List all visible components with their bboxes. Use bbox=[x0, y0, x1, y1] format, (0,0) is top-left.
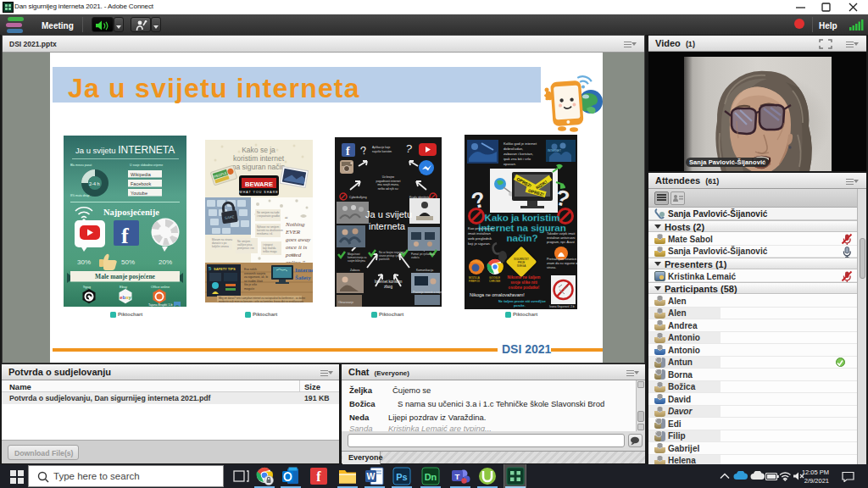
svg-text:Ivana Grgurović 2.b: Ivana Grgurović 2.b bbox=[549, 305, 575, 308]
svg-text:posted: posted bbox=[285, 252, 302, 258]
svg-text:9gag: 9gag bbox=[83, 285, 91, 289]
svg-text:f: f bbox=[346, 145, 350, 158]
svg-text:Kao prvo moram: Kao prvo moram bbox=[468, 226, 494, 230]
svg-text:Dn: Dn bbox=[425, 472, 437, 482]
svg-text:Ja u svijetu: Ja u svijetu bbox=[365, 209, 412, 219]
svg-text:dobročudan,: dobročudan, bbox=[504, 147, 523, 151]
svg-text:Ps: Ps bbox=[396, 472, 407, 482]
svg-text:Youtube: Youtube bbox=[131, 191, 147, 196]
svg-text:CHROME: CHROME bbox=[489, 280, 500, 283]
svg-text:poruke.: poruke. bbox=[514, 304, 526, 308]
svg-text:Internet: Internet bbox=[295, 267, 313, 274]
svg-text:što je više: što je više bbox=[244, 283, 257, 286]
svg-text:Ja u svijetu INTERNETA: Ja u svijetu INTERNETA bbox=[75, 144, 175, 156]
svg-text:SVEGA: SVEGA bbox=[517, 264, 526, 268]
svg-text:30%: 30% bbox=[77, 258, 91, 266]
svg-text:način?: način? bbox=[506, 233, 537, 243]
svg-text:Komunikacija: Komunikacija bbox=[416, 269, 433, 272]
svg-text:WHAT YOU SHARE: WHAT YOU SHARE bbox=[239, 191, 278, 194]
svg-text:f: f bbox=[121, 224, 129, 248]
svg-text:i nepoznate građke: i nepoznate građke bbox=[257, 214, 280, 218]
svg-text:Ne šaljem proste niti uvredlji: Ne šaljem proste niti uvredljive bbox=[498, 300, 546, 303]
svg-text:koljičin iznosa: koljičin iznosa bbox=[212, 245, 229, 248]
svg-text:znam da su sigurne od: znam da su sigurne od bbox=[547, 262, 577, 265]
svg-text:Facebook: Facebook bbox=[131, 181, 151, 186]
svg-text:Također uvijek imati: Također uvijek imati bbox=[547, 232, 575, 236]
svg-text:Bla mrezu pasat: Bla mrezu pasat bbox=[70, 164, 92, 167]
svg-text:Evo nekih: Evo nekih bbox=[244, 268, 257, 271]
svg-text:zbog: zbog bbox=[384, 285, 392, 289]
svg-text:Obrazovanje: Obrazovanje bbox=[338, 301, 353, 304]
svg-text:Nikome ne šaljem: Nikome ne šaljem bbox=[508, 275, 541, 280]
svg-text:2-4 h: 2-4 h bbox=[89, 181, 100, 186]
svg-text:Praćenje novosti a svijeta: Praćenje novosti a svijeta bbox=[413, 291, 442, 294]
svg-text:osnovnih savjeta: osnovnih savjeta bbox=[244, 272, 265, 275]
svg-text:U svoje slobodno vrijeme: U svoje slobodno vrijeme bbox=[130, 164, 163, 167]
svg-text:osobne podatke!: osobne podatke! bbox=[509, 286, 540, 290]
svg-text:ipak zna biti i vrlo: ipak zna biti i vrlo bbox=[504, 157, 531, 161]
svg-text:pogodnosti internet: pogodnosti internet bbox=[376, 180, 401, 183]
svg-text:zadaća: zadaća bbox=[411, 256, 420, 259]
svg-text:50%: 50% bbox=[121, 258, 135, 266]
svg-text:koristim internet: koristim internet bbox=[233, 154, 285, 163]
svg-text:goes away: goes away bbox=[286, 236, 311, 243]
svg-text:20%: 20% bbox=[159, 258, 172, 266]
svg-text:Zabava: Zabava bbox=[350, 269, 359, 272]
svg-text:ebay: ebay bbox=[120, 295, 131, 300]
svg-text:zabavan i koristan,: zabavan i koristan, bbox=[504, 152, 533, 156]
svg-text:Male manje posjećene: Male manje posjećene bbox=[95, 273, 155, 280]
svg-text:T: T bbox=[455, 472, 460, 481]
svg-text:za sigurnost, ali, bi: za sigurnost, ali, bi bbox=[244, 275, 268, 279]
svg-text:Aplikacije koje: Aplikacije koje bbox=[372, 146, 391, 149]
svg-text:INTERNET: INTERNET bbox=[548, 149, 561, 152]
svg-text:Kako ja koristim: Kako ja koristim bbox=[485, 213, 560, 223]
svg-text:svojim bližnjima: svojim bližnjima bbox=[348, 259, 365, 263]
svg-text:morberite paži mjen ga konszor: morberite paži mjen ga konszorc i grlje … bbox=[219, 300, 304, 303]
svg-text:Najposjećenije: Najposjećenije bbox=[103, 208, 159, 217]
svg-text:Nikoga ne omalovažavam!: Nikoga ne omalovažavam! bbox=[470, 292, 525, 297]
svg-text:web preglednik: web preglednik bbox=[468, 236, 492, 241]
svg-text:Šafety: Šafety bbox=[295, 274, 311, 281]
svg-text:Nothing: Nothing bbox=[285, 221, 305, 228]
svg-text:opasan.: opasan. bbox=[504, 162, 516, 166]
svg-text:se trudim čitati: se trudim čitati bbox=[244, 280, 263, 283]
svg-text:na siguran način: na siguran način bbox=[232, 163, 286, 171]
svg-text:mrežama i sl.: mrežama i sl. bbox=[257, 232, 273, 236]
svg-text:Uz brojne: Uz brojne bbox=[382, 175, 395, 179]
svg-text:moguće: moguće bbox=[244, 287, 254, 291]
svg-text:ima svojih mana,: ima svojih mana, bbox=[377, 183, 398, 186]
svg-text:najviše koristim: najviše koristim bbox=[372, 150, 392, 153]
svg-text:Cyberbullying: Cyberbullying bbox=[349, 196, 367, 199]
svg-text:Tajana Brajdić 1.b: Tajana Brajdić 1.b bbox=[148, 303, 173, 307]
svg-text:program, npr. Avast: program, npr. Avast bbox=[547, 241, 576, 244]
svg-text:FIREFOX: FIREFOX bbox=[469, 280, 480, 283]
svg-text:pozitivnih: pozitivnih bbox=[379, 258, 390, 261]
svg-text:teško mogu: teško mogu bbox=[263, 250, 277, 253]
svg-text:8% mutu dnap: 8% mutu dnap bbox=[70, 194, 90, 197]
svg-text:SAFETY TIPS: SAFETY TIPS bbox=[214, 267, 236, 271]
svg-text:virusa.: virusa. bbox=[547, 266, 556, 269]
svg-text:once it is: once it is bbox=[286, 244, 308, 251]
svg-text:Office online: Office online bbox=[151, 285, 170, 289]
svg-text:f: f bbox=[316, 469, 321, 484]
svg-text:Pretražujem stranice za koje: Pretražujem stranice za koje bbox=[547, 258, 577, 261]
svg-text:EVER: EVER bbox=[285, 229, 301, 236]
svg-text:Kako se ja: Kako se ja bbox=[242, 146, 275, 154]
svg-text:Ebay: Ebay bbox=[120, 285, 127, 289]
svg-text:interneta: interneta bbox=[369, 221, 406, 231]
svg-text:svoje slike niti: svoje slike niti bbox=[510, 280, 537, 285]
svg-text:nešto od njih su:: nešto od njih su: bbox=[378, 187, 399, 191]
svg-text:instaliran antivirusni: instaliran antivirusni bbox=[547, 236, 575, 240]
svg-text:primjerice i ne: primjerice i ne bbox=[237, 247, 254, 250]
svg-text:Koliko god je internet: Koliko god je internet bbox=[504, 141, 537, 146]
svg-text:Internet koristim: Internet koristim bbox=[375, 280, 403, 284]
svg-text:imati instaliran: imati instaliran bbox=[468, 231, 491, 236]
svg-text:Wikipedia: Wikipedia bbox=[131, 172, 152, 177]
svg-text:koji je siguran.: koji je siguran. bbox=[468, 241, 491, 246]
svg-text:W: W bbox=[367, 471, 376, 481]
svg-text:BEWARE: BEWARE bbox=[245, 180, 273, 188]
